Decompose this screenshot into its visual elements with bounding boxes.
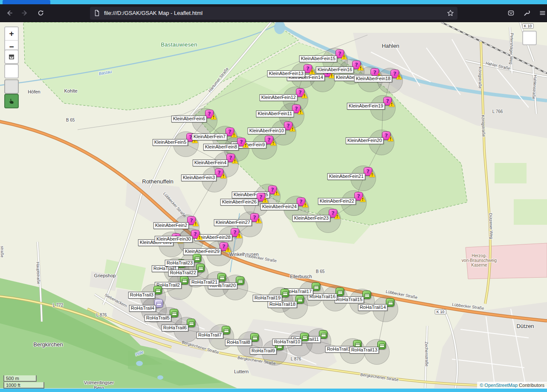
cache-label[interactable]: RoHaTrail19 xyxy=(253,295,282,302)
cache-label[interactable]: RoHaTrail5 xyxy=(145,315,171,322)
cache-label[interactable]: KleinAberFein24 xyxy=(260,203,298,210)
cache-label[interactable]: RoHaTrail4 xyxy=(129,305,156,312)
cache-box-glyph xyxy=(338,290,343,294)
active-tab[interactable] xyxy=(3,0,50,4)
cache-label[interactable]: RoHaTrail10 xyxy=(272,339,302,346)
cache-box-glyph xyxy=(156,289,161,293)
cache-label[interactable]: KleinAberFein12 xyxy=(260,94,298,101)
cache-label[interactable]: RoHaTrail7 xyxy=(197,332,223,339)
pan-hand-control[interactable] xyxy=(4,94,19,108)
cache-box-glyph xyxy=(252,336,258,340)
cache-label[interactable]: KleinAberFein18 xyxy=(354,75,392,82)
cache-label[interactable]: KleinAberFein2 xyxy=(153,222,189,229)
cache-label[interactable]: RoHaTrail18 xyxy=(268,301,297,308)
cache-label[interactable]: KleinAberFein16 xyxy=(316,67,354,73)
cache-box-glyph xyxy=(298,298,303,302)
forward-button[interactable] xyxy=(18,7,32,20)
leaflet-map[interactable]: BastauwiesenHahlenHöfenKohlteRothenuffel… xyxy=(0,22,547,389)
reload-icon xyxy=(37,9,44,17)
cache-box-glyph xyxy=(302,336,307,340)
cache-label[interactable]: RoHaTrail21 xyxy=(190,279,219,286)
browser-window: file:///D:/GSAK/GSAK Map - Leaflet.html xyxy=(0,0,547,392)
cache-box-glyph xyxy=(379,344,385,348)
wrench-icon xyxy=(523,9,530,17)
cache-label[interactable]: RoHaTrail22 xyxy=(168,270,198,276)
hamburger-menu-icon xyxy=(539,9,546,17)
menu-button[interactable] xyxy=(535,7,547,20)
cache-label[interactable]: KleinAberFein10 xyxy=(248,128,286,134)
cache-label[interactable]: KleinAberFein5 xyxy=(153,139,188,146)
archive-box-icon xyxy=(8,53,15,60)
cache-label[interactable]: KleinAberFein11 xyxy=(256,110,294,117)
cache-label[interactable]: KleinAberFein3 xyxy=(181,174,217,181)
cache-label[interactable]: KleinAberFein30 xyxy=(155,236,193,243)
bookmark-star-icon[interactable] xyxy=(447,9,454,17)
devtools-button[interactable] xyxy=(520,7,533,20)
cache-box-glyph xyxy=(355,343,360,347)
cache-label[interactable]: RoHaTrail13 xyxy=(350,347,379,354)
url-bar[interactable]: file:///D:/GSAK/GSAK Map - Leaflet.html xyxy=(90,7,457,20)
cache-label[interactable]: KleinAberFein8 xyxy=(203,144,239,151)
cache-box-glyph xyxy=(388,301,393,305)
grey-control[interactable] xyxy=(4,79,19,94)
bottom-accent-strip xyxy=(0,389,547,392)
scale-control: 500 m 1000 ft xyxy=(3,375,44,389)
page-icon xyxy=(93,9,101,17)
copyright-symbol: © xyxy=(480,383,484,388)
cache-box-glyph xyxy=(220,276,225,280)
toolbar-right-icons xyxy=(502,7,547,20)
cache-label[interactable]: RoHaTrail6 xyxy=(162,325,188,331)
cache-box-glyph xyxy=(189,322,194,325)
cache-label[interactable]: KleinAberFein4 xyxy=(193,160,228,166)
tab-strip[interactable] xyxy=(0,0,547,4)
url-text[interactable]: file:///D:/GSAK/GSAK Map - Leaflet.html xyxy=(104,10,447,16)
pocket-icon xyxy=(507,9,515,17)
cache-label[interactable]: KleinAberFein13 xyxy=(267,70,305,77)
cache-label[interactable]: RoHaTrail15 xyxy=(335,296,364,303)
cache-label[interactable]: RoHaTrail3 xyxy=(128,292,155,299)
cache-label[interactable]: KleinAberFein26 xyxy=(220,199,258,206)
hand-pointer-icon xyxy=(8,98,15,105)
scale-imperial: 1000 ft xyxy=(3,382,44,389)
cache-label[interactable]: KleinAberFein6 xyxy=(171,116,207,122)
cache-box-glyph xyxy=(195,257,200,261)
attribution-suffix: Contributors xyxy=(518,383,544,388)
cache-label[interactable]: RoHaTrail9 xyxy=(250,348,277,354)
cache-label[interactable]: KleinAberFein23 xyxy=(292,215,330,222)
zoom-in-button[interactable]: + xyxy=(5,27,18,40)
top-right-control[interactable] xyxy=(522,31,537,45)
openstreetmap-link[interactable]: OpenStreetMap xyxy=(484,383,518,388)
attribution: © OpenStreetMap Contributors xyxy=(477,382,547,389)
cache-label[interactable]: KleinAberFein15 xyxy=(299,55,337,62)
back-button[interactable] xyxy=(2,7,16,20)
back-arrow-icon xyxy=(6,9,13,17)
pocket-button[interactable] xyxy=(504,7,518,20)
cache-label[interactable]: RoHaTrail8 xyxy=(225,339,252,346)
forward-arrow-icon xyxy=(21,9,29,17)
cache-box-glyph xyxy=(238,279,243,283)
cache-box-glyph xyxy=(321,333,326,337)
cache-box-glyph xyxy=(156,302,162,306)
cache-label[interactable]: RoHaTrail14 xyxy=(358,304,388,311)
cache-box-glyph xyxy=(198,267,203,270)
cache-label[interactable]: KleinAberFein28 xyxy=(194,234,232,241)
reload-button[interactable] xyxy=(34,7,47,20)
cache-label[interactable]: KleinAberFein20 xyxy=(346,137,384,144)
cache-label[interactable]: RoHaTrail23 xyxy=(165,260,194,267)
scale-metric: 500 m xyxy=(3,375,37,382)
cache-label[interactable]: KleinAberFein19 xyxy=(347,103,385,110)
blank-control[interactable] xyxy=(4,64,19,78)
cache-box-glyph xyxy=(182,279,187,283)
cache-label[interactable]: KleinAberFein29 xyxy=(183,248,221,255)
cache-box-glyph xyxy=(314,285,319,289)
cache-label[interactable]: KleinAberFein22 xyxy=(318,198,356,205)
navigation-toolbar: file:///D:/GSAK/GSAK Map - Leaflet.html xyxy=(0,4,547,22)
cache-label[interactable]: KleinAberFein7 xyxy=(192,134,227,140)
gsak-archive-control[interactable] xyxy=(4,49,19,64)
cache-label[interactable]: KleinAberFein21 xyxy=(327,173,365,180)
cache-box-glyph xyxy=(283,292,288,296)
cache-box-glyph xyxy=(172,312,177,316)
cache-label[interactable]: KleinAberFein27 xyxy=(214,219,252,226)
cache-box-glyph xyxy=(224,329,229,333)
cache-box-glyph xyxy=(365,293,370,297)
